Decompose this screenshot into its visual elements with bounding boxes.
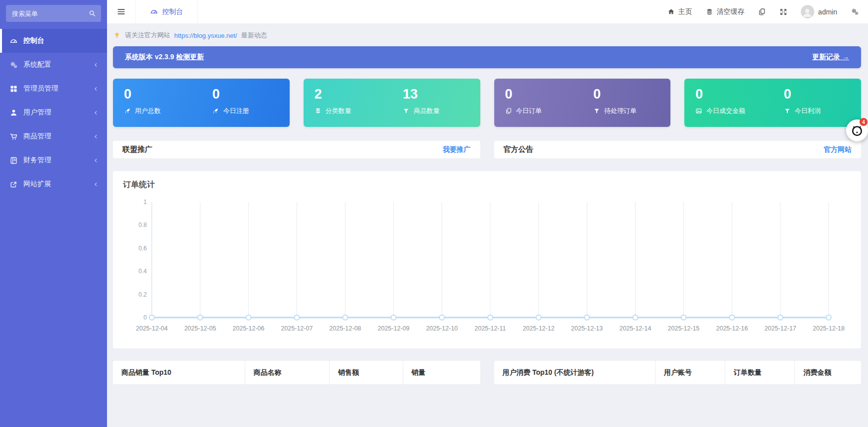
expand-icon: [779, 8, 787, 16]
fullscreen-button[interactable]: [779, 8, 787, 16]
chevron-left-icon: [93, 86, 99, 92]
username: admin: [818, 8, 837, 16]
sidebar-item-6[interactable]: 财务管理: [0, 148, 107, 172]
notice-suffix: 最新动态: [241, 31, 267, 40]
order-stats-chart: 00.20.40.60.812025-12-042025-12-052025-1…: [123, 192, 851, 343]
panel-2: 官方公告官方网站: [494, 141, 862, 158]
settings-button[interactable]: [851, 7, 859, 16]
database-icon: [315, 107, 322, 114]
metric: 13商品数量: [392, 79, 480, 127]
svg-text:0: 0: [143, 314, 147, 321]
chevron-left-icon: [93, 62, 99, 68]
sidebar-item-label: 用户管理: [23, 108, 51, 117]
svg-text:2025-12-18: 2025-12-18: [813, 325, 845, 332]
sidebar-search: [6, 5, 101, 22]
chevron-left-icon: [93, 157, 99, 164]
sidebar-item-7[interactable]: 网站扩展: [0, 172, 107, 196]
customer-service-float-button[interactable]: 4: [846, 119, 868, 141]
main-area: 控制台 主页 清空缓存 admin 请关注官方网站 https://blog.y…: [107, 0, 868, 427]
svg-text:0.2: 0.2: [138, 291, 147, 298]
metric-value: 2: [315, 86, 392, 103]
content: 请关注官方网站 https://blog.ysxue.net/ 最新动态 系统版…: [107, 23, 868, 427]
home-icon: [667, 8, 675, 15]
panel-title: 联盟推广: [122, 145, 152, 154]
sidebar-item-3[interactable]: 管理员管理: [0, 77, 107, 101]
filter-icon: [593, 107, 600, 114]
metric-label: 今日成交金额: [706, 107, 745, 115]
search-input[interactable]: [6, 5, 101, 22]
notice-link[interactable]: https://blog.ysxue.net/: [174, 32, 237, 39]
sidebar-item-4[interactable]: 用户管理: [0, 101, 107, 124]
rocket-icon: [124, 107, 131, 114]
tab-console[interactable]: 控制台: [135, 0, 198, 23]
trash-icon: [706, 8, 713, 15]
home-label: 主页: [678, 7, 692, 16]
search-icon: [89, 10, 96, 17]
sidebar-menu: 控制台系统配置管理员管理用户管理商品管理财务管理网站扩展: [0, 29, 107, 196]
sidebar-item-1[interactable]: 控制台: [0, 29, 107, 53]
svg-text:2025-12-05: 2025-12-05: [184, 325, 216, 332]
clear-cache-link[interactable]: 清空缓存: [706, 7, 745, 16]
changelog-link[interactable]: 更新记录 →: [812, 53, 849, 62]
sidebar-toggle-button[interactable]: [107, 7, 135, 16]
external-link-icon: [9, 180, 18, 189]
sidebar-item-2[interactable]: 系统配置: [0, 53, 107, 77]
svg-text:2025-12-12: 2025-12-12: [523, 325, 554, 332]
metric: 0待处理订单: [582, 79, 670, 127]
tables-row: 商品销量 Top10商品名称销售额销量用户消费 Top10 (不统计游客)用户账…: [113, 361, 861, 384]
bulb-icon: [113, 31, 121, 39]
table-1: 商品销量 Top10商品名称销售额销量: [113, 361, 480, 384]
metric: 0今日利润: [773, 79, 861, 127]
svg-text:2025-12-15: 2025-12-15: [668, 325, 700, 332]
book-icon: [9, 156, 18, 165]
user-icon: [9, 108, 18, 117]
svg-text:0.4: 0.4: [138, 268, 147, 275]
search-button[interactable]: [88, 9, 97, 18]
svg-text:0.8: 0.8: [138, 221, 147, 228]
top-navbar: 控制台 主页 清空缓存 admin: [107, 0, 868, 23]
grid-icon: [9, 85, 18, 93]
sidebar-item-label: 控制台: [23, 36, 44, 45]
sidebar-item-5[interactable]: 商品管理: [0, 124, 107, 148]
cart-icon: [9, 132, 18, 141]
notice-prefix: 请关注官方网站: [125, 31, 170, 40]
documents-button[interactable]: [758, 8, 766, 16]
metric-label: 分类数量: [326, 107, 351, 115]
svg-text:2025-12-16: 2025-12-16: [716, 325, 748, 332]
navbar-right: 主页 清空缓存 admin: [667, 5, 868, 18]
metric: 2分类数量: [304, 79, 392, 127]
home-link[interactable]: 主页: [667, 7, 692, 16]
documents-icon: [758, 8, 766, 16]
panel-link[interactable]: 官方网站: [824, 145, 852, 154]
metric-value: 0: [124, 86, 201, 103]
user-menu[interactable]: admin: [801, 5, 837, 18]
svg-text:2025-12-13: 2025-12-13: [571, 325, 603, 332]
column-header: 用户账号: [655, 361, 725, 384]
image-icon: [695, 107, 702, 114]
panels-row: 联盟推广我要推广官方公告官方网站: [113, 141, 861, 158]
table-title: 商品销量 Top10: [113, 361, 245, 384]
svg-text:2025-12-09: 2025-12-09: [378, 325, 410, 332]
stat-card-3: 0今日订单0待处理订单: [494, 79, 671, 127]
panel-title: 官方公告: [504, 145, 534, 154]
check-update-link[interactable]: 检测更新: [176, 53, 204, 62]
table-title: 用户消费 Top10 (不统计游客): [494, 361, 656, 384]
metric-value: 13: [403, 86, 480, 103]
filter-icon: [403, 107, 410, 114]
notification-badge: 4: [860, 118, 868, 126]
metric-value: 0: [784, 86, 861, 103]
sidebar-item-label: 商品管理: [23, 132, 51, 141]
cogs-icon: [851, 7, 859, 16]
panel-link[interactable]: 我要推广: [443, 145, 471, 154]
sidebar-item-label: 网站扩展: [23, 180, 51, 189]
sidebar-item-label: 管理员管理: [23, 84, 58, 93]
order-stats-card: 订单统计 00.20.40.60.812025-12-042025-12-052…: [113, 171, 861, 348]
svg-text:1: 1: [143, 199, 147, 206]
stat-cards-row: 0用户总数0今日注册2分类数量13商品数量0今日订单0待处理订单0今日成交金额0…: [113, 79, 861, 127]
person-icon: [801, 6, 813, 18]
svg-text:2025-12-11: 2025-12-11: [474, 325, 506, 332]
metric: 0今日成交金额: [684, 79, 772, 127]
svg-text:0.6: 0.6: [138, 245, 147, 252]
column-header: 消费金额: [795, 361, 861, 384]
metric-label: 待处理订单: [604, 107, 637, 115]
